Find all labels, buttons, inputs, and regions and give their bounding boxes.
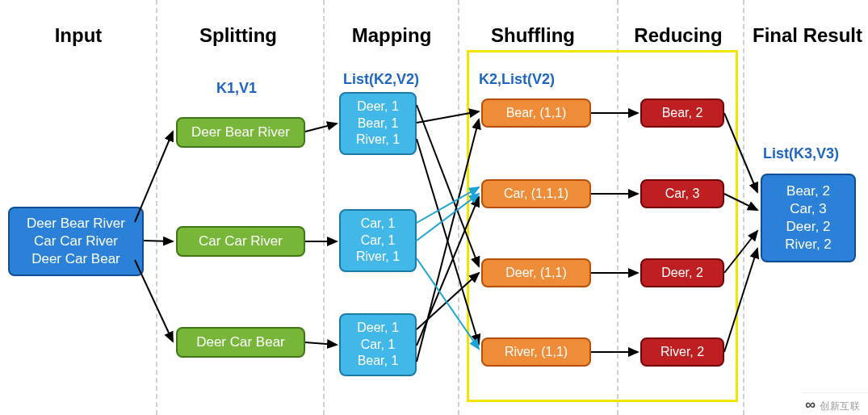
final-block: Bear, 2 Car, 3 Deer, 2 River, 2 bbox=[761, 174, 856, 262]
header-mapping: Mapping bbox=[343, 24, 440, 47]
map-block-1: Deer, 1 Bear, 1 River, 1 bbox=[339, 92, 417, 155]
subhead-map: List(K2,V2) bbox=[343, 71, 419, 88]
header-reducing: Reducing bbox=[626, 24, 731, 47]
split-block-1: Deer Bear River bbox=[176, 117, 305, 148]
watermark-logo: ∞ 创新互联 bbox=[800, 392, 868, 415]
subhead-final: List(K3,V3) bbox=[763, 145, 839, 162]
subhead-split: K1,V1 bbox=[216, 80, 257, 97]
input-block: Deer Bear River Car Car River Deer Car B… bbox=[8, 207, 144, 276]
shuffle-highlight-box bbox=[467, 50, 738, 402]
header-input: Input bbox=[34, 24, 123, 47]
split-block-3: Deer Car Bear bbox=[176, 327, 305, 358]
header-final: Final Result bbox=[751, 24, 864, 47]
split-block-2: Car Car River bbox=[176, 226, 305, 257]
map-block-2: Car, 1 Car, 1 River, 1 bbox=[339, 209, 417, 272]
header-shuffling: Shuffling bbox=[480, 24, 585, 47]
map-block-3: Deer, 1 Car, 1 Bear, 1 bbox=[339, 313, 417, 376]
header-splitting: Splitting bbox=[190, 24, 287, 47]
